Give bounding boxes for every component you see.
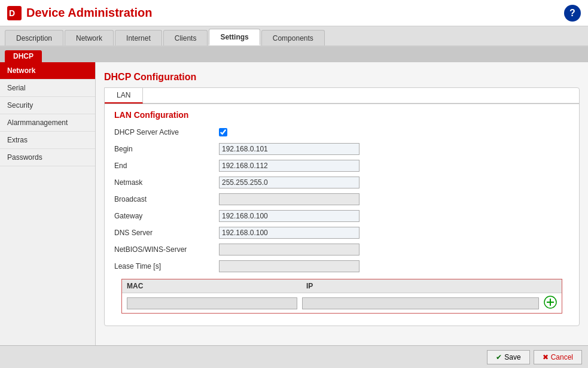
input-end[interactable] [219,160,359,172]
field-row-netmask: Netmask [114,176,569,189]
label-lease-time: Lease Time [s] [114,262,219,270]
sub-tab-bar: DHCP [0,47,588,62]
sidebar-item-alarmmanagement[interactable]: Alarmmanagement [0,114,95,132]
input-mac[interactable] [127,297,297,309]
sidebar-item-network[interactable]: Network [0,62,95,80]
tab-components[interactable]: Components [261,30,325,45]
field-row-dhcp-server-active: DHCP Server Active [114,126,569,139]
input-gateway[interactable] [219,210,359,222]
section-title: DHCP Configuration [104,68,580,83]
save-label: Save [504,353,520,361]
header: D Device Administration ? [0,0,588,26]
main-content: DHCP Configuration LAN LAN Configuration… [96,62,588,345]
input-begin[interactable] [219,143,359,155]
field-row-begin: Begin [114,142,569,156]
col-header-mac: MAC [127,282,306,290]
field-row-gateway: Gateway [114,209,569,223]
footer: ✔ Save ✖ Cancel [0,345,588,368]
main-tabs: Description Network Internet Clients Set… [0,26,588,47]
app-logo-icon: D [7,6,22,20]
tab-description[interactable]: Description [5,30,63,45]
label-gateway: Gateway [114,212,219,220]
field-row-broadcast: Broadcast [114,193,569,206]
field-row-end: End [114,159,569,172]
config-section: LAN Configuration DHCP Server Active Beg… [105,104,579,326]
cancel-label: Cancel [551,353,573,361]
add-mac-ip-button[interactable] [544,296,557,311]
input-netmask[interactable] [219,177,359,188]
sidebar: Network Serial Security Alarmmanagement … [0,62,96,345]
inner-tab-lan[interactable]: LAN [105,88,143,104]
label-dhcp-server-active: DHCP Server Active [114,128,219,136]
save-button[interactable]: ✔ Save [487,350,529,364]
tab-clients[interactable]: Clients [163,30,208,45]
sidebar-item-extras[interactable]: Extras [0,132,95,149]
cancel-button[interactable]: ✖ Cancel [534,350,582,364]
sidebar-item-serial[interactable]: Serial [0,80,95,97]
sub-tab-dhcp[interactable]: DHCP [5,50,42,62]
col-header-ip: IP [306,282,557,290]
field-row-lease-time: Lease Time [s] [114,260,569,273]
help-button[interactable]: ? [564,5,581,22]
tab-internet[interactable]: Internet [115,30,162,45]
input-lease-time[interactable] [219,260,359,272]
add-icon [544,296,557,309]
cancel-x-icon: ✖ [543,353,549,361]
mac-ip-table: MAC IP [121,279,562,314]
header-title: D Device Administration [7,6,152,20]
label-dns-server: DNS Server [114,229,219,237]
label-begin: Begin [114,145,219,153]
input-broadcast[interactable] [219,193,359,205]
check-icon: ✔ [496,353,502,361]
app-title: Device Administration [26,6,152,20]
label-netmask: Netmask [114,178,219,187]
inner-tab-spacer [143,88,579,104]
label-end: End [114,162,219,170]
tab-settings[interactable]: Settings [209,29,260,45]
input-ip[interactable] [302,297,539,309]
sidebar-item-security[interactable]: Security [0,97,95,114]
svg-text:D: D [9,8,15,18]
field-row-netbios: NetBIOS/WINS-Server [114,243,569,256]
sidebar-item-passwords[interactable]: Passwords [0,149,95,166]
label-broadcast: Broadcast [114,195,219,203]
content-area: Network Serial Security Alarmmanagement … [0,62,588,345]
mac-ip-row [122,293,562,313]
mac-ip-header: MAC IP [122,279,562,293]
checkbox-dhcp-server-active[interactable] [219,128,227,136]
label-netbios: NetBIOS/WINS-Server [114,245,219,254]
field-row-dns-server: DNS Server [114,226,569,239]
inner-tab-bar: LAN [105,88,579,104]
input-netbios[interactable] [219,244,359,256]
tab-network[interactable]: Network [65,30,114,45]
inner-tab-panel: LAN LAN Configuration DHCP Server Active… [104,87,580,326]
input-dns-server[interactable] [219,227,359,239]
config-title: LAN Configuration [114,110,569,120]
